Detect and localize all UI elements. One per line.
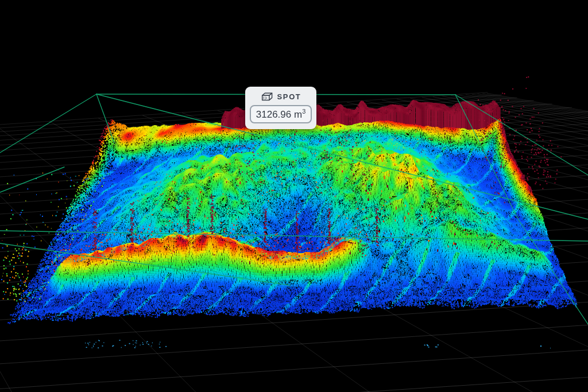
volume-unit: m (294, 109, 302, 120)
point-cloud-canvas[interactable] (0, 0, 588, 392)
tooltip-label: SPOT (277, 92, 301, 101)
measurement-tooltip[interactable]: SPOT 3126.96 m3 (245, 87, 316, 129)
volume-box-icon (261, 92, 273, 102)
viewport[interactable]: SPOT 3126.96 m3 (0, 0, 588, 392)
tooltip-header: SPOT (261, 92, 301, 102)
volume-value: 3126.96 m3 (250, 105, 312, 123)
volume-exponent: 3 (302, 108, 305, 115)
volume-number: 3126.96 (256, 109, 291, 120)
